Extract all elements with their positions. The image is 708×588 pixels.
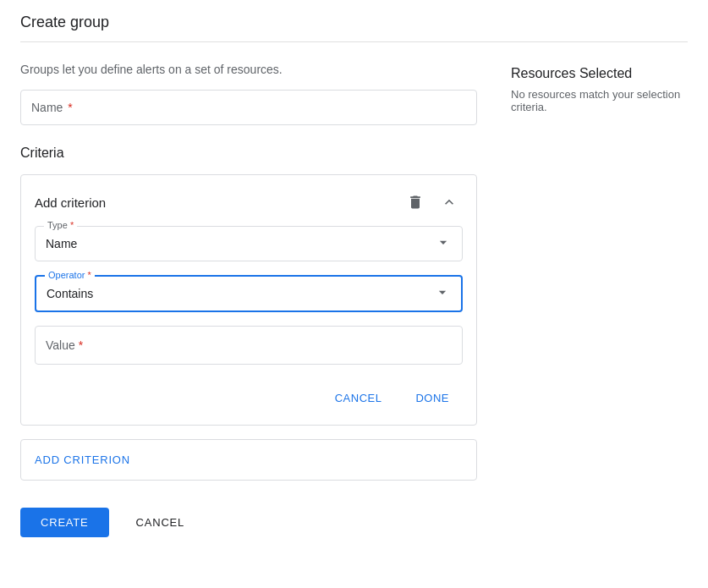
operator-select-container: Operator * Contains Equals Starts with E… (35, 275, 463, 312)
criterion-cancel-button[interactable]: CANCEL (321, 385, 396, 411)
page-title: Create group (20, 14, 109, 30)
cancel-button[interactable]: CANCEL (116, 508, 206, 537)
add-criterion-button[interactable]: ADD CRITERION (20, 439, 477, 481)
name-field-container: Name * (20, 90, 477, 125)
criteria-card-body: Type * Name Label Tag Region Zone (21, 226, 476, 425)
bottom-actions: CREATE CANCEL (20, 508, 477, 537)
criteria-card: Add criterion (20, 174, 477, 426)
resources-panel-title: Resources Selected (511, 66, 688, 81)
criteria-card-header: Add criterion (21, 175, 476, 226)
collapse-criterion-button[interactable] (436, 189, 463, 216)
name-input[interactable] (21, 91, 476, 124)
criteria-card-title: Add criterion (35, 195, 106, 210)
operator-select[interactable]: Contains Equals Starts with Ends with Do… (36, 277, 461, 310)
criterion-done-button[interactable]: DONE (402, 385, 463, 411)
criteria-section-title: Criteria (20, 146, 477, 161)
resources-empty-message: No resources match your selection criter… (511, 88, 688, 113)
create-button[interactable]: CREATE (20, 508, 109, 537)
value-input[interactable] (36, 327, 462, 364)
card-actions: CANCEL DONE (35, 378, 463, 411)
type-form-field: Type * Name Label Tag Region Zone (35, 226, 463, 261)
delete-criterion-button[interactable] (402, 189, 429, 216)
value-form-field: Value * (35, 326, 463, 365)
type-field-label: Type * (44, 220, 77, 230)
type-select[interactable]: Name Label Tag Region Zone (36, 227, 462, 261)
name-text-field: Name * (20, 90, 477, 125)
operator-form-field: Operator * Contains Equals Starts with E… (35, 275, 463, 312)
description-text: Groups let you define alerts on a set of… (20, 63, 477, 76)
operator-field-label: Operator * (45, 270, 95, 280)
card-header-actions (402, 189, 463, 216)
criteria-section: Criteria Add criterion (20, 146, 477, 481)
resources-panel: Resources Selected No resources match yo… (511, 63, 688, 537)
value-field-container: Value * (35, 326, 463, 365)
type-select-container: Type * Name Label Tag Region Zone (35, 226, 463, 261)
